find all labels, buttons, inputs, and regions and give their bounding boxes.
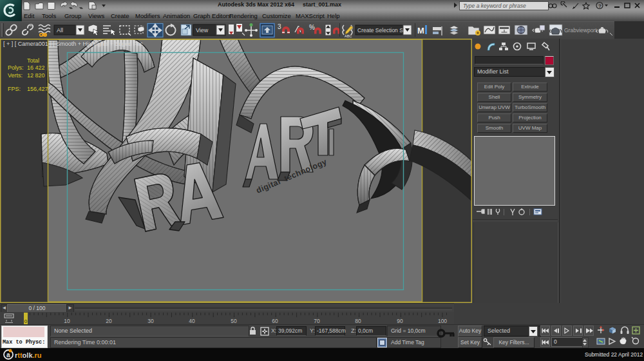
svg-text:156,427: 156,427 <box>27 86 48 92</box>
svg-text:70: 70 <box>314 318 320 324</box>
svg-text:3: 3 <box>278 23 281 30</box>
svg-text:20: 20 <box>106 318 112 324</box>
svg-text:40: 40 <box>189 318 195 324</box>
svg-text:100: 100 <box>438 318 447 324</box>
svg-text:?: ? <box>598 3 601 9</box>
svg-text:Create Selection Se: Create Selection Se <box>357 27 406 34</box>
svg-text:90: 90 <box>397 318 403 324</box>
svg-text:12 820: 12 820 <box>27 72 45 79</box>
svg-text:Verts:: Verts: <box>8 72 23 79</box>
svg-text:16 422: 16 422 <box>27 64 45 71</box>
svg-text:View: View <box>196 27 209 34</box>
svg-text:%: % <box>309 24 315 31</box>
svg-text:Total: Total <box>27 57 39 64</box>
svg-text:Polys:: Polys: <box>8 64 24 71</box>
svg-text:M: M <box>417 26 424 35</box>
svg-text:80: 80 <box>355 318 361 324</box>
svg-text:rttolk.ru: rttolk.ru <box>15 351 42 359</box>
svg-text:Grabviewport :: Grabviewport : <box>564 27 600 34</box>
svg-text:a: a <box>6 351 10 358</box>
svg-text:0: 0 <box>24 318 28 324</box>
svg-text:[ + ] [ Camera001 ] [ Smooth +: [ + ] [ Camera001 ] [ Smooth + Highlight… <box>3 41 143 47</box>
svg-text:50: 50 <box>231 318 237 324</box>
svg-text:60: 60 <box>272 318 278 324</box>
svg-text:10: 10 <box>64 318 70 324</box>
svg-text:ABC: ABC <box>345 34 352 38</box>
svg-text:All: All <box>57 27 63 34</box>
svg-text:FPS:: FPS: <box>8 86 21 92</box>
svg-text:30: 30 <box>147 318 154 324</box>
